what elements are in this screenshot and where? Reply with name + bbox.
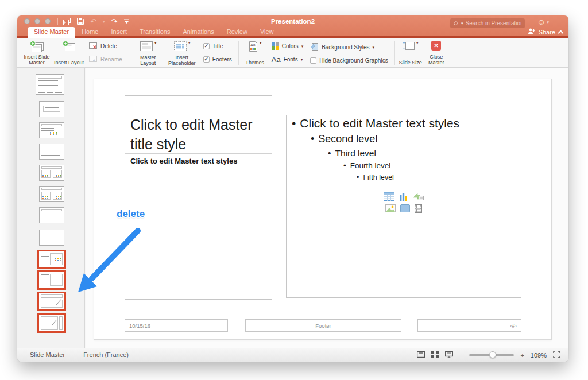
slide-size-icon	[403, 41, 415, 54]
tab-review[interactable]: Review	[220, 27, 254, 36]
normal-view-icon[interactable]	[417, 351, 425, 359]
title-checkbox[interactable]: ✓ Title	[203, 43, 232, 49]
master-layout-icon	[140, 41, 153, 55]
close-master-icon: ✕	[431, 41, 441, 51]
search-input[interactable]	[466, 20, 521, 26]
zoom-slider-thumb[interactable]	[489, 351, 496, 358]
insert-placeholder-button[interactable]: ▾ Insert Placeholder	[164, 40, 200, 66]
redo-icon[interactable]: ↷	[111, 18, 117, 25]
fit-slide-to-window-icon[interactable]	[553, 351, 560, 359]
layout-thumbnail-vertical-title-and-text[interactable]	[37, 313, 66, 333]
layout-thumbnail-comparison[interactable]	[39, 186, 64, 202]
layout-thumbnail-blank[interactable]	[39, 230, 64, 246]
date-placeholder[interactable]: 10/15/16	[125, 319, 228, 332]
collapse-ribbon-icon[interactable]	[558, 30, 564, 36]
fonts-caret-icon: ▾	[301, 57, 303, 61]
background-styles-caret-icon: ▾	[373, 45, 375, 49]
layout-thumbnail-section-header[interactable]	[39, 144, 64, 160]
tab-animations[interactable]: Animations	[176, 27, 220, 36]
zoom-out-button[interactable]: –	[459, 352, 463, 359]
share-button[interactable]: Share	[539, 29, 555, 36]
footer-placeholder[interactable]: Footer	[245, 319, 401, 332]
slide[interactable]: Click to edit Master title style Click t…	[94, 79, 552, 340]
slide-number-placeholder[interactable]: ‹#›	[417, 319, 521, 332]
smartart-icon[interactable]	[413, 192, 424, 201]
themes-button[interactable]: Aa▾ Themes	[242, 40, 268, 66]
bullet-level-1: •Click to edit Master text styles	[287, 115, 521, 131]
delete-button[interactable]: Delete	[88, 42, 122, 51]
zoom-slider[interactable]	[469, 354, 514, 356]
search-box[interactable]: ▾	[450, 18, 525, 28]
colors-icon	[272, 42, 279, 50]
layout-thumbnail-title-only[interactable]	[39, 207, 64, 223]
titlebar-divider	[57, 18, 58, 25]
tab-insert[interactable]: Insert	[105, 27, 133, 36]
bullet-icon: •	[357, 173, 359, 181]
feedback-caret-icon[interactable]: ▾	[547, 20, 549, 24]
ribbon-group-divider	[238, 41, 239, 65]
layout-thumbnail-title-and-content[interactable]	[39, 122, 64, 138]
master-layout-button[interactable]: ▾ Master Layout	[132, 40, 164, 66]
status-bar: Slide Master French (France) – + 109%	[17, 348, 568, 362]
undo-icon[interactable]: ↶	[90, 18, 96, 25]
thumbnail-pane[interactable]	[17, 68, 85, 348]
colors-button[interactable]: Colors ▾	[272, 42, 303, 50]
share-person-icon	[528, 28, 535, 36]
undo-dropdown-icon[interactable]: ▾	[103, 20, 105, 24]
tab-slide-master[interactable]: Slide Master	[28, 27, 75, 38]
bullet-level-4: •Fourth level	[287, 160, 521, 172]
layout-thumbnail-title-and-vertical-text[interactable]	[37, 292, 66, 311]
master-title-text[interactable]: Click to edit Master title style	[130, 115, 267, 154]
slide-master-thumbnail[interactable]	[36, 74, 64, 95]
close-master-button[interactable]: ✕ Close Master	[423, 40, 450, 66]
slide-size-button[interactable]: ▾ Slide Size	[398, 40, 423, 66]
search-scope-caret-icon[interactable]: ▾	[461, 21, 463, 25]
footers-checkbox[interactable]: ✓ Footers	[203, 56, 232, 63]
tab-transitions[interactable]: Transitions	[133, 27, 176, 36]
tab-view[interactable]: View	[254, 27, 280, 36]
slide-sorter-view-icon[interactable]	[431, 351, 439, 359]
insert-placeholder-icon	[173, 41, 187, 55]
feedback-smiley-icon[interactable]: ☺	[537, 18, 545, 26]
layout-thumbnail-content-with-caption[interactable]	[37, 250, 66, 269]
fonts-icon: Aa	[272, 55, 281, 64]
insert-layout-icon	[62, 41, 76, 53]
save-icon[interactable]	[77, 18, 84, 25]
toolbar-options-icon[interactable]	[123, 19, 130, 24]
insert-slide-master-button[interactable]: Insert Slide Master	[21, 40, 53, 66]
check-icon: ✓	[204, 44, 209, 49]
layout-thumbnail-two-content[interactable]	[39, 165, 64, 181]
layout-thumbnail-title-slide[interactable]	[39, 101, 64, 117]
fonts-button[interactable]: Aa Fonts ▾	[272, 55, 303, 64]
chart-icon[interactable]	[399, 192, 408, 201]
bullet-icon: •	[292, 117, 296, 130]
zoom-in-button[interactable]: +	[520, 352, 524, 359]
media-icon[interactable]	[415, 204, 422, 213]
bullet-level-5: •Fifth level	[287, 172, 521, 183]
statusbar-language[interactable]: French (France)	[83, 348, 129, 362]
rename-button[interactable]: Rename	[88, 55, 122, 64]
hide-background-graphics-checkbox[interactable]: Hide Background Graphics	[310, 57, 388, 64]
background-styles-button[interactable]: Background Styles ▾	[310, 42, 388, 52]
slideshow-view-icon[interactable]	[445, 351, 453, 359]
new-slide-icon[interactable]	[63, 18, 71, 25]
master-caption-text[interactable]: Click to edit Master text styles	[130, 157, 237, 165]
themes-icon: Aa	[248, 41, 258, 55]
picture-icon[interactable]	[385, 204, 396, 213]
close-window-button[interactable]	[24, 18, 30, 24]
minimize-window-button[interactable]	[34, 18, 40, 24]
bullet-icon: •	[343, 161, 346, 170]
background-styles-icon	[310, 42, 319, 52]
title-checkbox-box: ✓	[203, 43, 210, 49]
clip-art-icon[interactable]	[400, 204, 410, 213]
themes-caret-icon: ▾	[260, 41, 262, 45]
insert-layout-button[interactable]: Insert Layout	[53, 40, 85, 66]
tab-home[interactable]: Home	[75, 27, 105, 36]
caption-placeholder[interactable]: Click to edit Master title style Click t…	[125, 95, 272, 300]
content-placeholder[interactable]: •Click to edit Master text styles •Secon…	[286, 115, 521, 298]
layout-thumbnail-picture-with-caption[interactable]	[37, 270, 66, 290]
zoom-window-button[interactable]	[45, 18, 51, 24]
zoom-percentage[interactable]: 109%	[531, 352, 547, 359]
table-icon[interactable]	[384, 192, 394, 201]
slide-editing-canvas[interactable]: Click to edit Master title style Click t…	[86, 68, 568, 348]
